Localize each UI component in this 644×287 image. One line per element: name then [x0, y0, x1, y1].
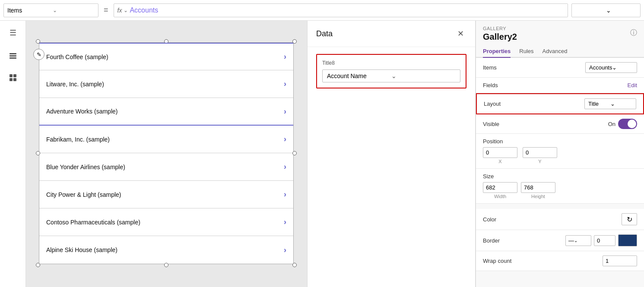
- right-dropdown[interactable]: ⌄: [571, 3, 641, 17]
- visible-label: Visible: [483, 121, 526, 127]
- gallery-item-6[interactable]: Contoso Pharmaceuticals (sample) ›: [39, 208, 293, 236]
- border-value-area: — ⌄: [526, 234, 637, 246]
- pos-y-group: Y: [523, 147, 557, 164]
- props-row-border: Border — ⌄: [476, 230, 644, 251]
- tab-properties[interactable]: Properties: [483, 45, 511, 58]
- gallery-item-chevron-2: ›: [284, 107, 286, 116]
- props-row-items: Items Accounts ⌄: [476, 58, 644, 78]
- size-label: Size: [483, 173, 526, 180]
- gallery-item-chevron-7: ›: [284, 246, 286, 255]
- grid-icon[interactable]: [6, 71, 20, 85]
- border-num-input[interactable]: [594, 235, 615, 246]
- wrap-input[interactable]: [603, 255, 637, 266]
- fields-edit-link[interactable]: Edit: [628, 82, 637, 88]
- fx-label: fx: [117, 7, 122, 14]
- edit-icon[interactable]: ✎: [33, 49, 44, 60]
- items-dropdown-prop[interactable]: Accounts ⌄: [585, 62, 637, 73]
- layout-value: Title: [588, 101, 610, 107]
- gallery-widget[interactable]: ✎ Fourth Coffee (sample) › Litware, Inc.…: [39, 42, 294, 264]
- data-panel-header: Data ✕: [308, 21, 475, 47]
- border-line-dropdown[interactable]: — ⌄: [565, 235, 591, 246]
- svg-rect-6: [13, 78, 16, 81]
- gallery-item-4[interactable]: Blue Yonder Airlines (sample) ›: [39, 153, 293, 181]
- position-label: Position: [483, 138, 526, 145]
- svg-rect-3: [10, 74, 13, 77]
- gallery-item-text-2: Adventure Works (sample): [46, 108, 284, 115]
- props-row-color: Color ↻: [476, 209, 644, 230]
- visible-toggle[interactable]: [618, 119, 637, 129]
- layers-icon[interactable]: [6, 48, 20, 62]
- props-row-position: Position X Y: [476, 134, 644, 169]
- size-height-label: Height: [531, 194, 545, 199]
- color-swatch-button[interactable]: ↻: [622, 213, 637, 225]
- props-row-fields: Fields Edit: [476, 78, 644, 93]
- data-field-box: Title8 Account Name ⌄: [316, 54, 466, 88]
- layout-value-area: Title ⌄: [527, 98, 636, 109]
- fields-value-area: Edit: [526, 82, 637, 88]
- items-dropdown[interactable]: Items ⌄: [3, 3, 98, 17]
- size-height-input[interactable]: [521, 182, 555, 193]
- svg-rect-1: [10, 55, 16, 57]
- gallery-item-text-5: City Power & Light (sample): [46, 191, 284, 198]
- border-color-swatch[interactable]: [618, 234, 637, 246]
- tab-rules[interactable]: Rules: [519, 45, 533, 58]
- hamburger-icon[interactable]: ☰: [6, 26, 20, 40]
- border-line-chev: ⌄: [574, 238, 577, 243]
- border-inputs: — ⌄: [565, 234, 637, 246]
- gallery-item-text-4: Blue Yonder Airlines (sample): [46, 164, 284, 170]
- equals-sign: =: [102, 6, 110, 15]
- props-panel: GALLERY Gallery2 ⓘ Properties Rules Adva…: [476, 21, 644, 287]
- size-width-group: Width: [483, 182, 517, 199]
- fx-chevron: ⌄: [124, 7, 128, 13]
- gallery-item-5[interactable]: City Power & Light (sample) ›: [39, 181, 293, 208]
- gallery-item-chevron-6: ›: [284, 218, 286, 227]
- gallery-item-text-3: Fabrikam, Inc. (sample): [46, 136, 284, 143]
- close-button[interactable]: ✕: [454, 28, 466, 40]
- items-dropdown-label: Items: [7, 7, 49, 14]
- items-dropdown-value: Accounts: [589, 64, 612, 71]
- data-panel-body: Title8 Account Name ⌄: [308, 47, 475, 95]
- items-value-area: Accounts ⌄: [526, 62, 637, 73]
- tab-advanced[interactable]: Advanced: [542, 45, 568, 58]
- data-field-dropdown[interactable]: Account Name ⌄: [322, 69, 460, 82]
- data-field-label: Title8: [322, 60, 460, 66]
- gallery-item-text-1: Litware, Inc. (sample): [46, 81, 284, 88]
- data-panel: Data ✕ Title8 Account Name ⌄: [307, 21, 476, 287]
- size-inputs: Width Height: [483, 182, 555, 199]
- gallery-item-2[interactable]: Adventure Works (sample) ›: [39, 98, 293, 126]
- items-dropdown-chevron: ⌄: [53, 7, 95, 13]
- formula-bar[interactable]: fx ⌄ Accounts: [114, 3, 568, 17]
- items-dropdown-chev: ⌄: [612, 64, 633, 71]
- gallery-item-7[interactable]: Alpine Ski House (sample) ›: [39, 236, 293, 264]
- size-width-label: Width: [494, 194, 506, 199]
- gallery-item-text-7: Alpine Ski House (sample): [46, 246, 284, 253]
- gallery-item-0[interactable]: ✎ Fourth Coffee (sample) ›: [39, 43, 293, 70]
- wrap-value-area: [526, 255, 637, 266]
- gallery-item-3[interactable]: Fabrikam, Inc. (sample) ›: [39, 126, 293, 153]
- pos-y-input[interactable]: [523, 147, 557, 158]
- gallery-item-chevron-5: ›: [284, 190, 286, 199]
- gallery-label: GALLERY: [476, 21, 524, 32]
- props-header-area: GALLERY Gallery2 ⓘ Properties Rules Adva…: [476, 21, 644, 58]
- data-field-value: Account Name: [327, 73, 391, 79]
- gallery-item-chevron-1: ›: [284, 79, 286, 88]
- svg-rect-2: [10, 57, 16, 59]
- main-layout: ☰: [0, 21, 644, 287]
- layout-label: Layout: [484, 101, 527, 107]
- section-gap-1: [476, 204, 644, 209]
- svg-rect-0: [10, 53, 16, 54]
- props-row-layout: Layout Title ⌄: [476, 93, 644, 114]
- pos-x-input[interactable]: [483, 147, 517, 158]
- gallery-item-chevron-3: ›: [284, 135, 286, 144]
- wrap-label: Wrap count: [483, 258, 526, 264]
- props-row-size: Size Width Height: [476, 169, 644, 204]
- data-panel-title: Data: [316, 29, 333, 38]
- help-icon[interactable]: ⓘ: [630, 26, 637, 40]
- svg-rect-4: [13, 74, 16, 77]
- size-width-input[interactable]: [483, 182, 517, 193]
- fields-label: Fields: [483, 82, 526, 88]
- layout-dropdown[interactable]: Title ⌄: [584, 98, 636, 109]
- gallery-item-1[interactable]: Litware, Inc. (sample) ›: [39, 70, 293, 98]
- pos-y-label: Y: [538, 159, 541, 164]
- pos-x-label: X: [498, 159, 501, 164]
